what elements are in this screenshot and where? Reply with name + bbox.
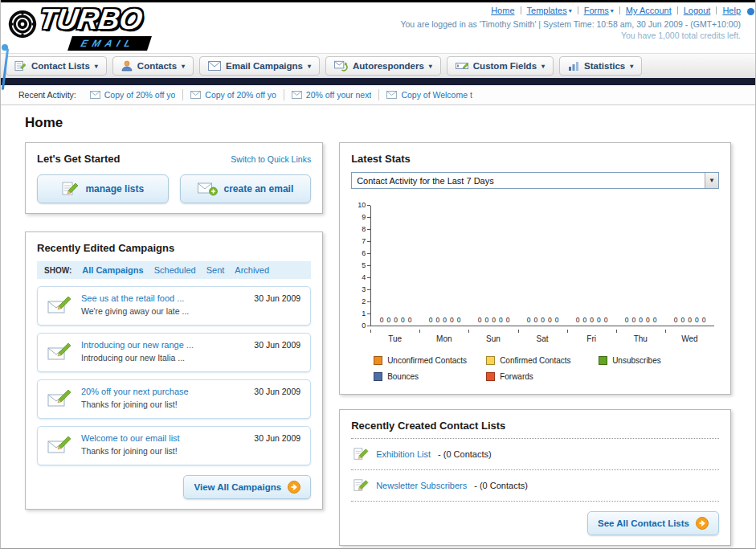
bar-value-label: 0 — [492, 316, 496, 324]
filter-all-campaigns[interactable]: All Campaigns — [82, 265, 143, 275]
bar-value-label: 0 — [533, 316, 537, 324]
arrow-right-icon — [288, 481, 300, 494]
bar-value-label: 0 — [576, 316, 580, 324]
left-column: Let's Get Started Switch to Quick Links … — [25, 142, 323, 510]
bar-value-label: 0 — [582, 316, 586, 324]
contact-lists-title: Recently Created Contact Lists — [351, 420, 719, 439]
campaign-title-link[interactable]: Introducing our new range ... — [81, 340, 194, 350]
filter-archived[interactable]: Archived — [235, 265, 269, 275]
y-axis-label: 0 — [351, 322, 370, 330]
campaign-row[interactable]: See us at the retail food ... We're givi… — [37, 286, 311, 326]
tab-statistics[interactable]: Statistics▾ — [559, 56, 642, 76]
bar-value-label: 0 — [548, 316, 552, 324]
link-help[interactable]: Help — [722, 6, 741, 15]
link-forms[interactable]: Forms — [584, 6, 609, 15]
contact-list-link[interactable]: Newsletter Subscribers — [376, 481, 467, 490]
recent-activity-item[interactable]: 20% off your next — [284, 89, 380, 100]
campaign-subtitle: We're giving away our late ... — [81, 306, 189, 316]
recent-activity-link[interactable]: Copy of 20% off yo — [104, 90, 176, 100]
recent-activity-link[interactable]: Copy of Welcome t — [401, 90, 472, 100]
bar-value-label: 0 — [653, 316, 657, 324]
x-axis-label: Thu — [616, 330, 665, 343]
tab-email-campaigns[interactable]: Email Campaigns▾ — [199, 56, 320, 76]
legend-label: Bounces — [387, 372, 419, 381]
stats-period-select[interactable]: Contact Activity for the Last 7 Days ▼ — [351, 172, 719, 189]
contact-list-row[interactable]: Exhibition List - (0 Contacts) — [351, 439, 719, 470]
campaign-row[interactable]: 20% off your next purchase Thanks for jo… — [37, 379, 311, 419]
campaign-edit-icon — [47, 342, 72, 363]
bar-value-label: 0 — [604, 316, 608, 324]
create-email-icon — [198, 182, 218, 196]
campaign-subtitle: Thanks for joining our list! — [81, 399, 178, 409]
bar-value-label: 0 — [443, 316, 447, 324]
recent-activity-link[interactable]: 20% off your next — [306, 90, 372, 100]
link-home[interactable]: Home — [491, 6, 514, 15]
chart-column: 00000 — [371, 316, 420, 326]
link-my-account[interactable]: My Account — [626, 6, 672, 15]
create-email-button[interactable]: create an email — [180, 174, 312, 203]
legend-label: Confirmed Contacts — [500, 356, 570, 365]
see-all-contact-lists-button[interactable]: See All Contact Lists — [587, 511, 719, 535]
campaign-title-link[interactable]: 20% off your next purchase — [81, 387, 189, 396]
tab-contacts[interactable]: Contacts▾ — [112, 56, 194, 76]
turbine-logo-icon — [7, 9, 38, 39]
campaign-filters: SHOW: All Campaigns Scheduled Sent Archi… — [37, 261, 311, 279]
campaign-title-link[interactable]: Welcome to our email list — [81, 433, 180, 443]
link-templates[interactable]: Templates — [527, 6, 567, 15]
manage-lists-button[interactable]: manage lists — [37, 174, 169, 203]
campaign-subtitle: Thanks for joining our list! — [81, 446, 178, 456]
recent-activity-bar: Recent Activity: Copy of 20% off yo Copy… — [1, 85, 755, 105]
main-content: Home Let's Get Started Switch to Quick L… — [1, 105, 755, 531]
recent-activity-link[interactable]: Copy of 20% off yo — [205, 90, 276, 100]
legend-item: Unconfirmed Contacts — [374, 356, 486, 365]
edit-list-icon — [353, 478, 369, 493]
chart-column: 00000 — [518, 316, 567, 326]
bar-value-label: 0 — [401, 316, 405, 324]
contact-list-link[interactable]: Exhibition List — [376, 449, 431, 459]
bar-value-label: 0 — [457, 316, 461, 324]
page-title: Home — [25, 115, 731, 131]
chart-y-axis: 109876543210 — [351, 202, 370, 330]
tab-label: Contact Lists — [31, 61, 90, 71]
tab-label: Custom Fields — [473, 61, 537, 71]
manage-lists-icon — [61, 181, 79, 197]
bar-value-label: 0 — [478, 316, 482, 324]
recent-activity-item[interactable]: Copy of 20% off yo — [83, 89, 184, 100]
right-column: Latest Stats Contact Activity for the La… — [339, 142, 731, 546]
legend-swatch — [486, 372, 495, 381]
y-axis-label: 10 — [351, 202, 370, 209]
y-axis-label: 8 — [351, 226, 370, 233]
view-all-campaigns-button[interactable]: View All Campaigns — [183, 475, 311, 499]
bar-value-label: 0 — [631, 316, 635, 324]
legend-swatch — [486, 356, 495, 365]
contact-list-row[interactable]: Newsletter Subscribers - (0 Contacts) — [351, 470, 719, 502]
tab-custom-fields[interactable]: Custom Fields▾ — [447, 56, 554, 76]
chevron-down-icon: ▾ — [630, 63, 633, 70]
legend-item: Forwards — [486, 372, 599, 381]
divider — [578, 6, 578, 14]
recent-activity-item[interactable]: Copy of Welcome t — [379, 89, 480, 100]
tab-contact-lists[interactable]: Contact Lists▾ — [6, 56, 107, 76]
bar-value-label: 0 — [380, 316, 384, 324]
bar-value-label: 0 — [387, 316, 391, 324]
create-email-label: create an email — [224, 183, 294, 195]
switch-quick-links-link[interactable]: Switch to Quick Links — [231, 154, 311, 164]
chart-column: 00000 — [567, 316, 616, 326]
filter-scheduled[interactable]: Scheduled — [154, 265, 196, 275]
antenna-dot-decoration — [2, 44, 8, 51]
chart-legend: Unconfirmed ContactsConfirmed ContactsUn… — [374, 356, 714, 381]
tab-autoresponders[interactable]: Autoresponders▾ — [325, 56, 441, 76]
campaign-title-link[interactable]: See us at the retail food ... — [81, 293, 184, 303]
x-axis-label: Wed — [665, 330, 714, 343]
recent-activity-item[interactable]: Copy of 20% off yo — [183, 89, 284, 100]
link-logout[interactable]: Logout — [684, 6, 711, 15]
latest-stats-title: Latest Stats — [351, 153, 719, 165]
campaign-row[interactable]: Welcome to our email list Thanks for joi… — [37, 426, 311, 465]
campaign-row[interactable]: Introducing our new range ... Introducin… — [37, 333, 311, 372]
bar-value-label: 0 — [429, 316, 433, 324]
bar-value-label: 0 — [674, 316, 678, 324]
statistics-icon — [568, 61, 579, 72]
filter-sent[interactable]: Sent — [206, 265, 225, 275]
divider — [677, 6, 678, 14]
show-label: SHOW: — [44, 266, 72, 275]
